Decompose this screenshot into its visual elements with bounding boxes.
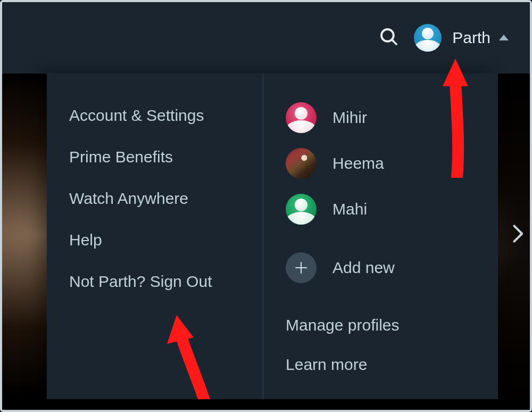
menu-sign-out[interactable]: Not Parth? Sign Out (69, 261, 240, 302)
caret-up-icon (499, 35, 509, 40)
carousel-next-button[interactable] (501, 218, 532, 250)
profile-avatar-icon (286, 102, 317, 133)
account-dropdown: Account & Settings Prime Benefits Watch … (47, 73, 498, 410)
menu-account-settings[interactable]: Account & Settings (69, 95, 240, 136)
profile-avatar-photo (286, 148, 317, 179)
account-menu-column: Account & Settings Prime Benefits Watch … (47, 73, 263, 410)
current-user-name: Parth (452, 29, 491, 47)
profile-row[interactable]: Heema (286, 141, 476, 186)
app-frame: Parth Account & Settings Prime Benefits … (0, 0, 532, 412)
profile-name: Mahi (332, 200, 367, 218)
profile-row[interactable]: Mihir (286, 95, 476, 141)
manage-profiles-link[interactable]: Manage profiles (286, 306, 476, 345)
learn-more-link[interactable]: Learn more (286, 345, 476, 384)
profile-row[interactable]: Mahi (286, 186, 476, 232)
profiles-column: Mihir Heema Mahi Add new Man (263, 73, 498, 410)
add-profile-label: Add new (332, 259, 395, 277)
menu-help[interactable]: Help (69, 219, 240, 261)
plus-icon (286, 252, 317, 283)
search-icon[interactable] (378, 26, 400, 50)
profile-name: Heema (332, 154, 384, 172)
current-user-avatar (414, 24, 442, 52)
bottom-strip (2, 399, 530, 410)
menu-prime-benefits[interactable]: Prime Benefits (69, 136, 240, 178)
add-profile-row[interactable]: Add new (286, 245, 476, 291)
profile-name: Mihir (332, 109, 367, 127)
profile-avatar-icon (286, 194, 317, 225)
profile-menu-trigger[interactable]: Parth (414, 24, 509, 52)
svg-line-1 (392, 39, 396, 44)
header-bar: Parth (2, 2, 530, 73)
menu-watch-anywhere[interactable]: Watch Anywhere (69, 178, 240, 219)
